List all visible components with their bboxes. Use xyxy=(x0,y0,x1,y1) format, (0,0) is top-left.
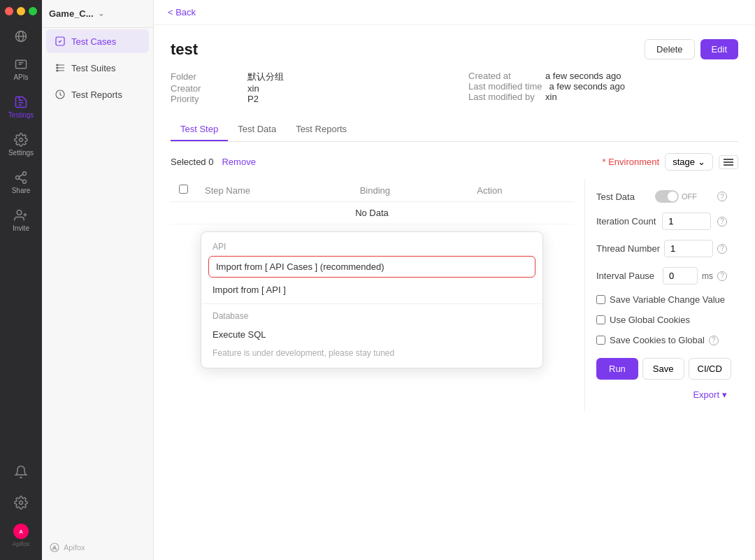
save-cookies-info-icon[interactable]: ? xyxy=(709,336,719,345)
save-cookies-checkbox[interactable] xyxy=(596,336,605,345)
meta-label-last-modified-time: Last modified time xyxy=(468,81,542,92)
test-data-row: Test Data OFF ? xyxy=(596,190,727,203)
sidebar-label-share: Share xyxy=(12,187,31,194)
add-step-dropdown: API Import from [ API Cases ] (recommend… xyxy=(201,231,543,368)
sidebar-label-invite: Invite xyxy=(13,224,29,232)
sidebar-label-settings: Settings xyxy=(8,149,34,157)
dropdown-api-section: API xyxy=(201,238,542,254)
meta-creator: Creator xin xyxy=(171,83,440,94)
test-data-toggle[interactable]: OFF xyxy=(655,190,697,203)
export-row[interactable]: Export ▾ xyxy=(596,389,727,400)
dropdown-item-import-api[interactable]: Import from [ API ] xyxy=(201,279,542,301)
run-button[interactable]: Run xyxy=(596,358,638,380)
iteration-count-info-icon[interactable]: ? xyxy=(717,217,727,227)
svg-point-7 xyxy=(23,172,27,175)
save-variable-checkbox[interactable] xyxy=(596,295,605,304)
test-table: Step Name Binding Action No Data xyxy=(171,179,573,224)
back-button[interactable]: < Back xyxy=(154,0,755,25)
tab-test-data[interactable]: Test Data xyxy=(228,118,286,141)
menu-icon[interactable] xyxy=(719,155,738,169)
env-select[interactable]: stage ⌄ xyxy=(665,153,713,171)
toggle-thumb xyxy=(668,192,677,201)
toolbar-row: Selected 0 Remove * Environment stage ⌄ xyxy=(171,153,738,171)
select-all-checkbox[interactable] xyxy=(179,185,188,194)
remove-button[interactable]: Remove xyxy=(222,157,255,167)
page-title: test xyxy=(171,41,198,59)
col-header-action: Action xyxy=(468,179,573,202)
page-title-row: test Delete Edit xyxy=(171,39,738,59)
sidebar-icon-settings[interactable]: Settings xyxy=(0,126,42,164)
use-global-cookies-checkbox[interactable] xyxy=(596,315,605,324)
selected-label: Selected xyxy=(171,157,206,167)
selected-number: 0 xyxy=(208,157,213,167)
sidebar-icon-testings[interactable]: Testings xyxy=(0,88,42,126)
traffic-light-yellow xyxy=(17,7,25,15)
save-button[interactable]: Save xyxy=(642,358,684,380)
interval-unit: ms xyxy=(702,271,713,281)
toggle-text: OFF xyxy=(682,192,697,201)
col-header-binding: Binding xyxy=(352,179,469,202)
env-value: stage xyxy=(673,157,695,167)
interval-pause-input[interactable] xyxy=(663,267,698,285)
content-area: test Delete Edit Folder 默认分组 Creator xin… xyxy=(154,25,755,560)
toggle-track[interactable] xyxy=(655,190,679,203)
dropdown-execute-sql-subtext: Feature is under development, please sta… xyxy=(201,345,542,362)
nav-bottom: A Apifox xyxy=(42,535,153,560)
add-step-wrapper: Add Step ▾ API Import from [ API Cases ]… xyxy=(171,224,573,274)
sidebar-icon-apis[interactable]: APIs xyxy=(0,50,42,88)
meta-label-creator: Creator xyxy=(171,83,240,94)
svg-point-15 xyxy=(19,501,22,505)
meta-grid: Folder 默认分组 Creator xin Priority P2 Crea… xyxy=(171,71,738,104)
meta-label-last-modified-by: Last modified by xyxy=(468,92,538,102)
toolbar-left: Selected 0 Remove xyxy=(171,157,256,167)
sidebar-icon-globe[interactable] xyxy=(0,22,42,50)
iteration-count-input[interactable] xyxy=(662,213,711,230)
tabs: Test Step Test Data Test Reports xyxy=(171,118,738,142)
export-label: Export xyxy=(693,389,719,400)
sidebar-icon-invite[interactable]: Invite xyxy=(0,201,42,239)
thread-number-info-icon[interactable]: ? xyxy=(717,244,727,254)
iteration-count-label: Iteration Count xyxy=(596,216,656,227)
nav-item-test-cases[interactable]: Test Cases xyxy=(46,29,149,53)
test-data-label: Test Data xyxy=(596,192,635,202)
interval-pause-info-icon[interactable]: ? xyxy=(717,271,727,281)
dropdown-item-execute-sql[interactable]: Execute SQL xyxy=(201,324,542,345)
meta-folder: Folder 默认分组 xyxy=(171,71,440,83)
sidebar-label-testings: Testings xyxy=(8,111,34,119)
tab-test-step[interactable]: Test Step xyxy=(171,118,228,141)
project-header[interactable]: Game_C... ⌄ xyxy=(42,0,153,28)
sidebar-label-apis: APIs xyxy=(13,73,28,81)
traffic-light-red xyxy=(5,7,13,15)
table-and-panel: Step Name Binding Action No Data Ad xyxy=(171,179,738,411)
apifox-brand: Apifox xyxy=(64,543,85,552)
nav-label-test-cases: Test Cases xyxy=(71,36,116,47)
edit-button[interactable]: Edit xyxy=(700,39,738,59)
right-panel: Test Data OFF ? Iteration Count ? Th xyxy=(584,179,738,411)
meta-value-creator: xin xyxy=(247,83,259,94)
cicd-button[interactable]: CI/CD xyxy=(689,358,731,380)
nav-item-test-reports[interactable]: Test Reports xyxy=(46,82,149,106)
meta-last-modified-time: Last modified time a few seconds ago xyxy=(468,81,738,92)
nav-label-test-suites: Test Suites xyxy=(71,63,116,73)
sidebar-icon-share[interactable]: Share xyxy=(0,164,42,201)
sidebar-icon-notifications[interactable] xyxy=(9,458,32,486)
meta-value-last-modified-by: xin xyxy=(545,92,557,102)
col-header-step-name: Step Name xyxy=(196,179,352,202)
use-global-cookies-row: Use Global Cookies xyxy=(596,315,727,325)
sidebar-icon-settings2[interactable] xyxy=(9,489,32,517)
svg-point-20 xyxy=(57,67,58,69)
nav-item-test-suites[interactable]: Test Suites xyxy=(46,56,149,80)
project-chevron-icon: ⌄ xyxy=(98,9,104,18)
delete-button[interactable]: Delete xyxy=(645,39,695,59)
meta-created-at: Created at a few seconds ago xyxy=(468,71,738,81)
svg-point-9 xyxy=(23,180,27,183)
thread-number-input[interactable] xyxy=(664,240,713,257)
test-data-info-icon[interactable]: ? xyxy=(717,192,727,201)
save-variable-row: Save Variable Change Value xyxy=(596,294,727,305)
meta-priority: Priority P2 xyxy=(171,94,440,104)
dropdown-item-import-api-cases[interactable]: Import from [ API Cases ] (recommended) xyxy=(208,256,535,278)
env-label: * Environment xyxy=(603,157,660,167)
tab-test-reports[interactable]: Test Reports xyxy=(286,118,357,141)
thread-number-label: Thread Number xyxy=(596,243,660,254)
interval-row: ms ? xyxy=(663,267,727,285)
